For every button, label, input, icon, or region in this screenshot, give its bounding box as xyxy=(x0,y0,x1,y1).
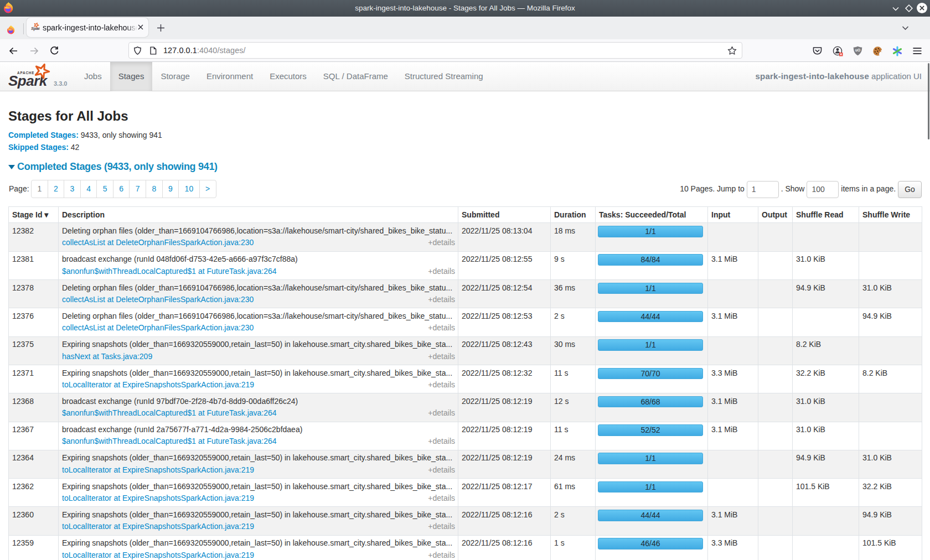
svg-text:Spark: Spark xyxy=(31,26,40,31)
svg-text:uO: uO xyxy=(855,48,860,52)
